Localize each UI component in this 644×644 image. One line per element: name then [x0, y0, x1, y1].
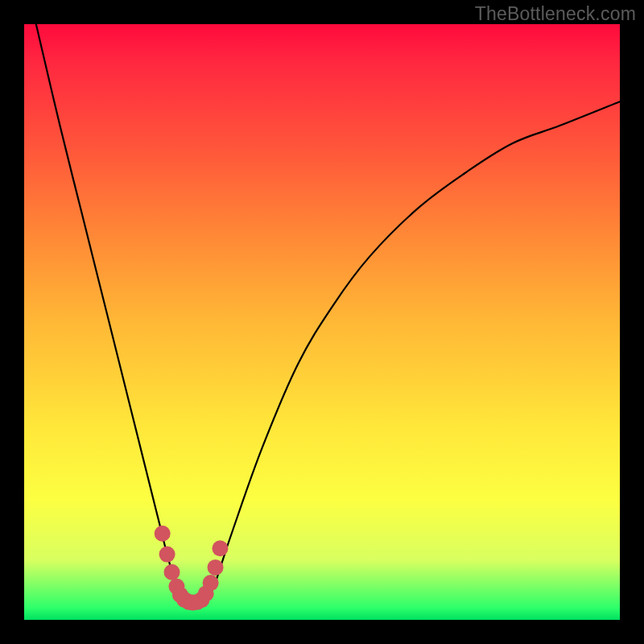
- highlight-dot: [212, 540, 228, 556]
- highlight-dot: [203, 575, 219, 591]
- highlight-dot: [159, 547, 175, 563]
- bottom-highlight-dots: [155, 526, 229, 611]
- watermark-text: TheBottleneck.com: [475, 3, 636, 25]
- highlight-dot: [155, 526, 171, 542]
- curve-line: [36, 24, 620, 602]
- highlight-dot: [164, 564, 180, 580]
- chart-plot-area: [24, 24, 620, 620]
- highlight-dot: [208, 559, 224, 576]
- chart-svg: [24, 24, 620, 620]
